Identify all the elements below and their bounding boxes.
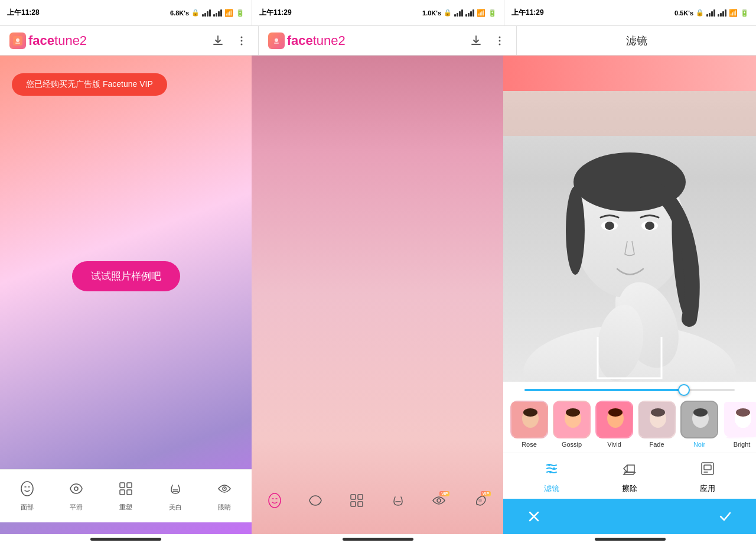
filter-label-bright: Bright [734,441,751,448]
status-icons-middle: 1.0K's 🔒 📶 🔋 [422,9,497,17]
top-stripe-right [503,56,756,91]
vip-badge-eyes: VIP [439,491,449,496]
logo-left: facetune2 [9,32,87,49]
photo-background [252,91,503,428]
signal-bars-right [706,9,715,17]
svg-rect-41 [351,502,356,506]
filter-slider-area [503,382,756,396]
filter-item-fade[interactable]: Fade [638,401,676,448]
svg-point-11 [21,482,33,496]
svg-point-65 [566,408,580,417]
status-icons-right: 0.5K's 🔒 📶 🔋 [674,9,749,17]
svg-rect-82 [704,465,711,470]
lock-icon-right: 🔒 [696,9,704,17]
filter-item-gossip[interactable]: Gossip [553,401,591,448]
toolbar-item-face[interactable]: 面部 [13,480,41,512]
svg-point-44 [437,499,441,502]
home-indicator-middle [252,534,504,546]
wifi-icon-right: 📶 [729,9,738,17]
filter-thumb-svg-fade [639,402,676,438]
svg-rect-2 [15,43,20,44]
logo-text-middle: facetune2 [287,33,346,48]
middle-panel: 润面部 平滑 重塑 [252,56,503,534]
toolbar-item-whiten[interactable]: 美白 [161,480,190,512]
filter-actions: 滤镜 擦除 [503,453,756,499]
status-icons-left: 6.8K's 🔒 📶 🔋 [170,9,245,17]
lock-icon-middle: 🔒 [444,9,452,17]
smooth-icon-m [307,492,324,512]
smooth-icon [68,480,84,500]
status-bar-right: 上午11:29 0.5K's 🔒 📶 🔋 [504,0,756,26]
filter-thumb-svg-bright [724,402,756,438]
wifi-icon-left: 📶 [224,9,233,17]
toolbar-item-eyes[interactable]: 眼睛 [210,480,239,512]
network-speed-middle: 1.0K's [422,9,441,17]
filter-item-rose[interactable]: Rose [510,401,548,448]
filter-label-rose: Rose [522,441,537,448]
logo-icon-left [9,32,26,49]
svg-rect-81 [702,463,713,474]
filter-thumb-bright [723,401,756,438]
filter-slider-thumb[interactable] [678,384,690,396]
logo-middle: facetune2 [268,32,346,49]
battery-icon-right: 🔋 [740,9,749,17]
sample-button[interactable]: 试试照片样例吧 [72,261,180,291]
filter-thumb-fade [638,401,676,438]
filter-thumb-vivid [595,401,633,438]
confirm-button[interactable] [713,505,737,528]
more-button-left[interactable] [234,34,249,48]
filter-action-erase[interactable]: 擦除 [621,460,638,494]
time-middle: 上午11:29 [259,8,292,18]
filter-thumb-noir [680,401,718,438]
filter-action-filter[interactable]: 滤镜 [543,460,560,494]
cancel-button[interactable] [522,505,546,528]
reshape-icon [118,480,134,500]
toolbar-label-eyes: 眼睛 [218,503,231,512]
toolbar-label-reshape: 重塑 [119,503,132,512]
status-bar-left: 上午11:28 6.8K's 🔒 📶 🔋 [0,0,252,26]
reshape-icon-m [348,492,365,512]
svg-point-78 [548,464,550,466]
filter-thumbnails: Rose Gossip [503,396,756,453]
filter-item-vivid[interactable]: Vivid [595,401,633,448]
whiten-icon-m [390,492,406,512]
filter-label-gossip: Gossip [562,441,582,448]
filter-slider-track[interactable] [524,389,735,391]
whiten-icon [167,480,184,500]
toolbar-label-face: 面部 [21,503,34,512]
svg-point-77 [736,408,750,417]
photo-svg-right [503,91,756,382]
svg-point-57 [645,222,654,230]
more-button-middle[interactable] [493,34,507,48]
svg-point-80 [549,471,552,473]
filter-action-apply[interactable]: 应用 [699,460,716,494]
download-button-middle[interactable] [469,34,483,48]
toolbar-item-smooth[interactable]: 平滑 [62,480,90,512]
svg-point-74 [693,408,708,417]
svg-rect-39 [351,495,356,499]
filter-item-bright[interactable]: Bright [723,401,756,448]
svg-rect-17 [120,490,125,495]
status-bar-middle: 上午11:29 1.0K's 🔒 📶 🔋 [252,0,504,26]
download-button-left[interactable] [211,34,225,48]
svg-rect-42 [358,502,363,506]
vip-badge-color: VIP [481,491,491,496]
filter-action-filter-label: 滤镜 [544,483,559,494]
signal-bars-middle [454,9,463,17]
bottom-action-bar [503,499,756,534]
signal-bars-left [202,9,211,17]
svg-rect-15 [120,483,125,488]
signal-bars2-left [213,9,222,17]
filter-item-noir[interactable]: Noir [680,401,718,448]
battery-icon-left: 🔋 [236,9,245,17]
filter-action-apply-icon [699,460,716,481]
svg-point-4 [240,40,242,41]
toolbar-item-reshape[interactable]: 重塑 [112,480,140,512]
app-bar-right: 滤镜 [517,26,756,56]
face-icon-m [266,492,283,512]
vip-badge: 您已经购买无广告版 Facetune VIP [12,73,167,96]
svg-point-55 [605,222,614,230]
eyes-icon-m: VIP [431,492,447,512]
app-bar-actions-left [211,34,249,48]
app-bar-left: facetune2 [0,26,259,56]
